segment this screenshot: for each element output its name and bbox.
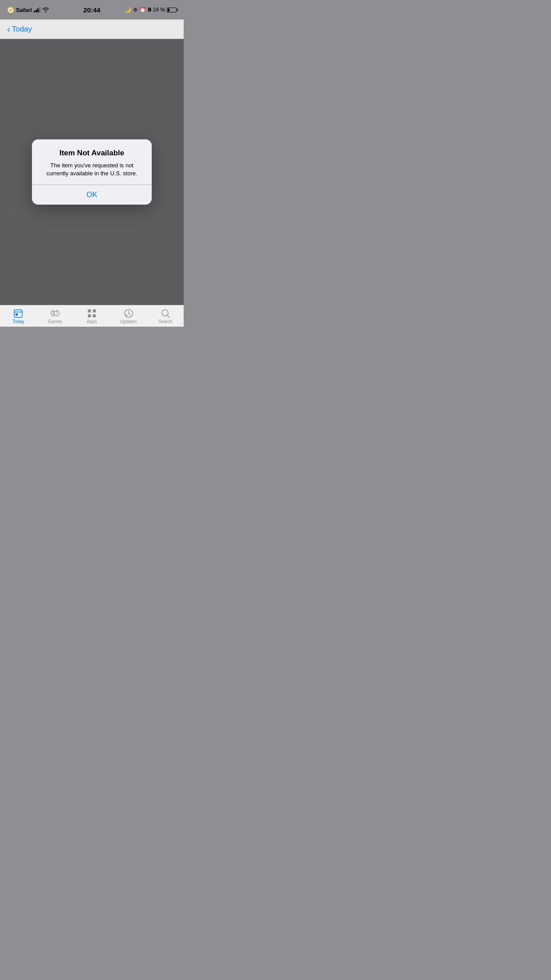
back-label: Today — [12, 25, 32, 34]
nav-bar: ‹ Today — [0, 20, 184, 39]
app-name: Safari — [16, 7, 32, 13]
modal-overlay: Item Not Available The item you've reque… — [0, 39, 184, 305]
bluetooth-icon: 𝐁 — [148, 7, 151, 13]
tab-apps-label: Apps — [87, 320, 97, 324]
battery-percent: 24 % — [153, 7, 165, 13]
apps-icon — [87, 308, 97, 319]
svg-line-13 — [167, 315, 169, 317]
tab-search-label: Search — [158, 320, 173, 324]
tab-apps[interactable]: Apps — [74, 305, 110, 327]
status-left: 🧭 Safari — [7, 7, 49, 13]
signal-icon — [34, 7, 40, 12]
tab-games[interactable]: Games — [37, 305, 74, 327]
tab-updates[interactable]: Updates — [110, 305, 147, 327]
alert-message: The item you've requested is not current… — [39, 162, 145, 178]
svg-point-6 — [57, 313, 58, 314]
wifi-icon — [42, 7, 49, 12]
svg-rect-0 — [14, 310, 22, 317]
location-icon: ⊕ — [133, 7, 138, 13]
tab-today[interactable]: Today — [0, 305, 37, 327]
svg-rect-2 — [16, 313, 18, 316]
games-icon — [50, 308, 60, 319]
today-icon — [13, 308, 24, 319]
status-time: 20:44 — [83, 6, 100, 14]
svg-point-5 — [56, 312, 57, 313]
back-chevron-icon: ‹ — [7, 24, 10, 33]
status-bar: 🧭 Safari 20:44 🌙 ⊕ ⏰ 𝐁 24 % — [0, 0, 184, 20]
back-button[interactable]: ‹ Today — [7, 25, 32, 34]
alert-ok-button[interactable]: OK — [32, 185, 152, 205]
tab-games-label: Games — [48, 320, 62, 324]
app-icon: 🧭 — [7, 7, 14, 13]
search-icon — [160, 308, 171, 319]
alarm-icon: ⏰ — [139, 7, 146, 13]
alert-dialog: Item Not Available The item you've reque… — [32, 139, 152, 205]
svg-rect-9 — [88, 314, 91, 317]
status-right: 🌙 ⊕ ⏰ 𝐁 24 % — [125, 7, 177, 13]
tab-search[interactable]: Search — [147, 305, 184, 327]
tab-updates-label: Updates — [120, 320, 137, 324]
battery-icon — [167, 8, 177, 12]
svg-rect-8 — [93, 309, 96, 312]
svg-rect-7 — [88, 309, 91, 312]
tab-today-label: Today — [12, 320, 24, 324]
moon-icon: 🌙 — [125, 7, 131, 13]
updates-icon — [123, 308, 134, 319]
tab-bar: Today Games Apps Updates — [0, 305, 184, 327]
alert-title: Item Not Available — [39, 148, 145, 158]
svg-rect-10 — [93, 314, 96, 317]
background-content: Ca ore Item Not Available The item you'v… — [0, 39, 184, 305]
alert-content: Item Not Available The item you've reque… — [32, 139, 152, 185]
